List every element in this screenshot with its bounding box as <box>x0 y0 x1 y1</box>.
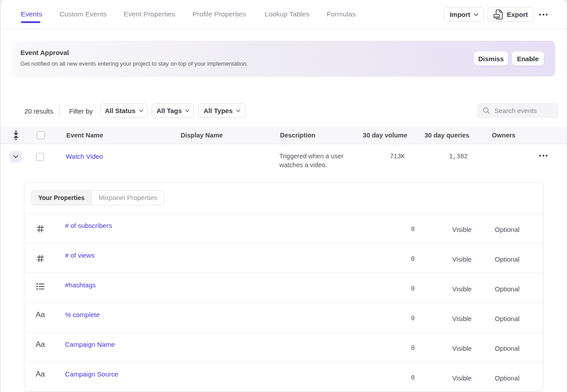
svg-text:csv: csv <box>494 15 499 18</box>
